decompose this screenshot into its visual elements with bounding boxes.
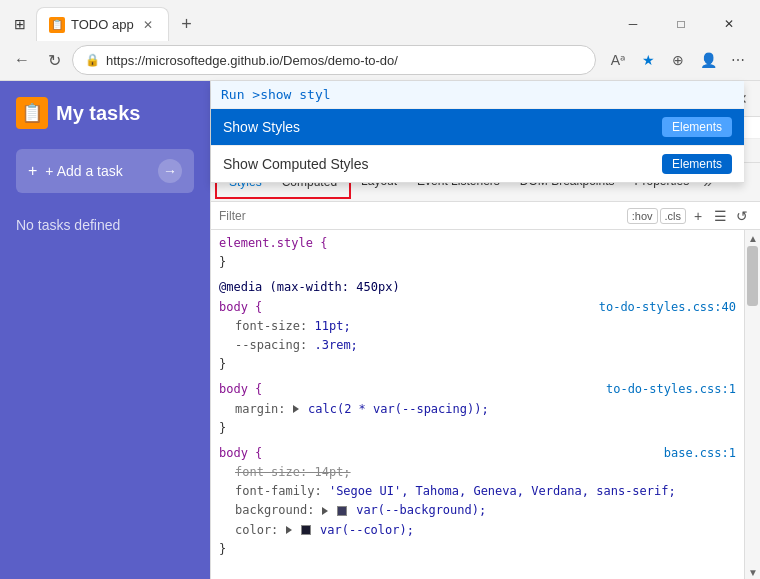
val-background: var(--background); (356, 503, 486, 517)
tab-title: TODO app (71, 17, 134, 32)
refresh-styles-btn[interactable]: ↺ (732, 206, 752, 226)
triangle-color-icon[interactable] (286, 526, 292, 534)
cmd-suggestion-1[interactable]: Show Computed Styles Elements (211, 146, 744, 182)
read-aloud-btn[interactable]: Aᵃ (604, 46, 632, 74)
sidebar-toggle-btn[interactable]: ⊞ (8, 12, 32, 36)
app-logo-icon: 📋 (16, 97, 48, 129)
prop-font-size-struck: font-size: 14pt; (235, 465, 351, 479)
css-code: element.style { } @media (max-width: 450… (211, 230, 744, 579)
devtools-panel: ⬚ 📱 Welcome Elements Console Sources ≫ +… (210, 81, 760, 579)
prop-font-size: font-size: (235, 319, 314, 333)
add-style-btn[interactable]: + (688, 206, 708, 226)
cmd-badge-0: Elements (662, 117, 732, 137)
bg-color-swatch[interactable] (337, 506, 347, 516)
tab-bar: ⊞ 📋 TODO app ✕ + ─ □ ✕ (0, 0, 760, 40)
profiles-btn[interactable]: 👤 (694, 46, 722, 74)
address-bar: ← ↻ 🔒 https://microsoftedge.github.io/De… (0, 40, 760, 80)
scroll-up-btn[interactable]: ▲ (745, 230, 760, 246)
settings-btn[interactable]: ⋯ (724, 46, 752, 74)
scrollbar: ▲ ▼ (744, 230, 760, 579)
collections-btn[interactable]: ⊕ (664, 46, 692, 74)
lock-icon: 🔒 (85, 53, 100, 67)
address-text: https://microsoftedge.github.io/Demos/de… (106, 53, 583, 68)
command-input-row[interactable]: Run >show styl (211, 81, 744, 109)
css-props-body-2: font-size: 14pt; font-family: 'Segoe UI'… (219, 463, 736, 540)
hov-filter-btn[interactable]: :hov (627, 208, 658, 224)
no-tasks-label: No tasks defined (16, 217, 194, 233)
app-sidebar: 📋 My tasks + + Add a task → No tasks def… (0, 81, 210, 579)
cmd-badge-1: Elements (662, 154, 732, 174)
val-margin: calc(2 * var(--spacing)); (308, 402, 489, 416)
close-brace-2: } (219, 542, 226, 556)
scroll-down-btn[interactable]: ▼ (745, 564, 760, 579)
toolbar-actions: Aᵃ ★ ⊕ 👤 ⋯ (604, 46, 752, 74)
favorites-btn[interactable]: ★ (634, 46, 662, 74)
address-input[interactable]: 🔒 https://microsoftedge.github.io/Demos/… (72, 45, 596, 75)
filter-input[interactable] (219, 209, 627, 223)
close-brace-media: } (219, 357, 226, 371)
media-selector: @media (max-width: 450px) (219, 280, 400, 294)
close-brace-1: } (219, 421, 226, 435)
prop-font-family: font-family: (235, 484, 329, 498)
app-logo: 📋 My tasks (16, 97, 194, 129)
css-block-element-style: element.style { } (219, 234, 736, 272)
active-tab[interactable]: 📋 TODO app ✕ (36, 7, 169, 41)
tab-close-btn[interactable]: ✕ (140, 17, 156, 33)
triangle-icon[interactable] (293, 405, 299, 413)
prop-background: background: (235, 503, 322, 517)
minimize-btn[interactable]: ─ (610, 8, 656, 40)
cls-filter-btn[interactable]: .cls (660, 208, 687, 224)
val-font-size: 11pt; (314, 319, 350, 333)
refresh-btn[interactable]: ↻ (40, 46, 68, 74)
close-brace-0: } (219, 255, 226, 269)
cmd-suggestion-0[interactable]: Show Styles Elements (211, 109, 744, 145)
cmd-label-1: Show Computed Styles (223, 156, 662, 172)
css-props-body-1: margin: calc(2 * var(--spacing)); (219, 400, 736, 419)
window-controls: ─ □ ✕ (610, 8, 752, 40)
val-font-family: 'Segoe UI', Tahoma, Geneva, Verdana, san… (329, 484, 676, 498)
new-style-rule-btn[interactable]: ☰ (710, 206, 730, 226)
cmd-label-0: Show Styles (223, 119, 662, 135)
element-style-selector: element.style { (219, 236, 327, 250)
css-link-0[interactable]: to-do-styles.css:40 (599, 298, 736, 317)
command-prompt: Run >show styl (221, 87, 331, 102)
body-selector-1: body { (219, 382, 262, 396)
body-selector-media: body { (219, 300, 262, 314)
browser-chrome: ⊞ 📋 TODO app ✕ + ─ □ ✕ ← ↻ 🔒 https://mic… (0, 0, 760, 81)
add-task-label: + Add a task (45, 163, 122, 179)
plus-icon: + (28, 162, 37, 180)
close-btn[interactable]: ✕ (706, 8, 752, 40)
maximize-btn[interactable]: □ (658, 8, 704, 40)
prop-spacing: --spacing: (235, 338, 314, 352)
prop-color: color: (235, 523, 286, 537)
tab-favicon: 📋 (49, 17, 65, 33)
color-swatch[interactable] (301, 525, 311, 535)
devtools-inner: ⬚ 📱 Welcome Elements Console Sources ≫ +… (211, 81, 760, 579)
filter-actions: :hov .cls + ☰ ↺ (627, 206, 752, 226)
styles-filter: :hov .cls + ☰ ↺ (211, 202, 760, 230)
css-props-media: font-size: 11pt; --spacing: .3rem; (219, 317, 736, 355)
add-task-btn[interactable]: + + Add a task → (16, 149, 194, 193)
command-palette: Run >show styl Show Styles Elements Show… (211, 81, 744, 183)
val-spacing: .3rem; (314, 338, 357, 352)
val-color: var(--color); (320, 523, 414, 537)
body-selector-2: body { (219, 446, 262, 460)
css-block-media: @media (max-width: 450px) body { to-do-s… (219, 278, 736, 374)
css-block-body-2: body { base.css:1 font-size: 14pt; font-… (219, 444, 736, 559)
css-block-body-1: body { to-do-styles.css:1 margin: calc(2… (219, 380, 736, 438)
prop-margin: margin: (235, 402, 293, 416)
new-tab-btn[interactable]: + (173, 10, 201, 38)
arrow-icon: → (158, 159, 182, 183)
back-btn[interactable]: ← (8, 46, 36, 74)
dt-left: element.style { } @media (max-width: 450… (211, 230, 744, 579)
app-title: My tasks (56, 102, 141, 125)
scroll-thumb-area[interactable] (745, 246, 760, 564)
main-area: 📋 My tasks + + Add a task → No tasks def… (0, 81, 760, 579)
scroll-thumb[interactable] (747, 246, 758, 306)
css-link-1[interactable]: to-do-styles.css:1 (606, 380, 736, 399)
css-link-2[interactable]: base.css:1 (664, 444, 736, 463)
dt-main: element.style { } @media (max-width: 450… (211, 230, 760, 579)
triangle-bg-icon[interactable] (322, 507, 328, 515)
